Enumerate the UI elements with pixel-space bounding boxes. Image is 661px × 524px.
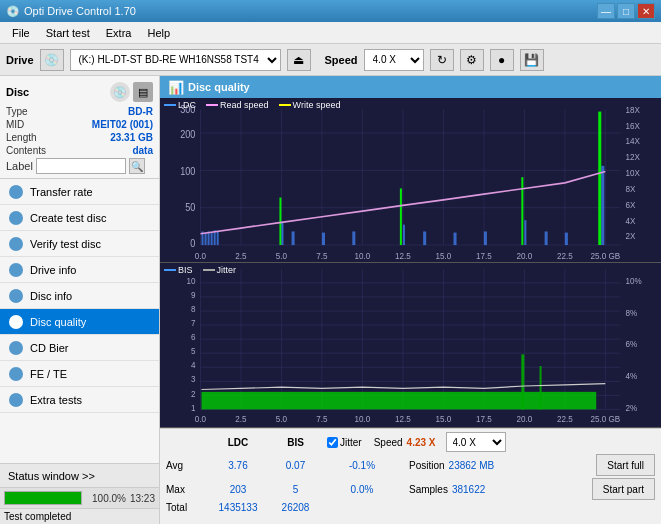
svg-text:4: 4: [191, 360, 196, 371]
sidebar-item-disc-info[interactable]: Disc info: [0, 283, 159, 309]
speed-select[interactable]: 4.0 X: [364, 49, 424, 71]
total-ldc: 1435133: [208, 502, 268, 513]
settings-button[interactable]: ⚙: [460, 49, 484, 71]
sidebar-label-cd-bier: CD Bier: [30, 342, 69, 354]
maximize-button[interactable]: □: [617, 3, 635, 19]
svg-text:22.5: 22.5: [557, 250, 573, 261]
svg-rect-54: [423, 231, 426, 245]
transfer-rate-icon: [8, 184, 24, 200]
sidebar-item-fe-te[interactable]: FE / TE: [0, 361, 159, 387]
chart1-svg: 300 200 100 50 0 18X 16X 14X 12X 10X 8X …: [160, 98, 661, 262]
disc-button[interactable]: ●: [490, 49, 514, 71]
legend-read-speed: Read speed: [206, 100, 269, 110]
svg-rect-111: [201, 392, 596, 410]
status-bar: Status window >> 100.0% 13:23 Test compl…: [0, 463, 159, 524]
chart2-container: BIS Jitter: [160, 263, 661, 428]
sidebar-label-fe-te: FE / TE: [30, 368, 67, 380]
status-window-label: Status window >>: [8, 470, 95, 482]
svg-text:10: 10: [186, 276, 195, 287]
drive-label: Drive: [6, 54, 34, 66]
svg-rect-113: [540, 366, 542, 409]
svg-text:5.0: 5.0: [276, 250, 287, 261]
sidebar-item-disc-quality[interactable]: Disc quality: [0, 309, 159, 335]
max-bis: 5: [268, 484, 323, 495]
extra-tests-icon: [8, 392, 24, 408]
disc-label-row: Label 🔍: [6, 158, 153, 174]
create-test-disc-icon: [8, 210, 24, 226]
progress-fill: [5, 492, 81, 504]
start-full-btn-container: Start full: [596, 454, 655, 476]
svg-text:2.5: 2.5: [235, 250, 246, 261]
sidebar-item-transfer-rate[interactable]: Transfer rate: [0, 179, 159, 205]
sidebar-item-verify-test-disc[interactable]: Verify test disc: [0, 231, 159, 257]
disc-contents-value: data: [132, 145, 153, 156]
svg-rect-61: [598, 112, 601, 245]
disc-type-label: Type: [6, 106, 28, 117]
titlebar: 💿 Opti Drive Control 1.70 — □ ✕: [0, 0, 661, 22]
position-group: Position 23862 MB: [409, 460, 494, 471]
svg-text:20.0: 20.0: [516, 250, 532, 261]
disc-label-input[interactable]: [36, 158, 126, 174]
drive-select[interactable]: (K:) HL-DT-ST BD-RE WH16NS58 TST4: [70, 49, 281, 71]
sidebar-item-extra-tests[interactable]: Extra tests: [0, 387, 159, 413]
jitter-checkbox[interactable]: [327, 437, 338, 448]
chart1-legend: LDC Read speed Write speed: [164, 100, 340, 110]
position-value: 23862 MB: [449, 460, 495, 471]
speed-value: 4.23 X: [407, 437, 436, 448]
svg-text:50: 50: [185, 202, 195, 214]
svg-text:8: 8: [191, 304, 196, 315]
menu-start-test[interactable]: Start test: [38, 25, 98, 41]
minimize-button[interactable]: —: [597, 3, 615, 19]
drive-icon: 💿: [40, 49, 64, 71]
titlebar-controls: — □ ✕: [597, 3, 655, 19]
close-button[interactable]: ✕: [637, 3, 655, 19]
drivebar: Drive 💿 (K:) HL-DT-ST BD-RE WH16NS58 TST…: [0, 44, 661, 76]
disc-label-button[interactable]: 🔍: [129, 158, 145, 174]
chart2-legend: BIS Jitter: [164, 265, 236, 275]
disc-label-label: Label: [6, 160, 33, 172]
svg-text:4%: 4%: [626, 370, 638, 381]
sidebar: Disc 💿 ▤ Type BD-R MID MEIT02 (001) Leng…: [0, 76, 160, 524]
stats-area: LDC BIS Jitter Speed 4.23 X 4.0 X: [160, 428, 661, 524]
total-bis: 26208: [268, 502, 323, 513]
refresh-button[interactable]: ↻: [430, 49, 454, 71]
speed-label: Speed: [325, 54, 358, 66]
start-part-button[interactable]: Start part: [592, 478, 655, 500]
stats-max-row: Max 203 5 0.0% Samples 381622 Start part: [166, 478, 655, 500]
svg-text:0.0: 0.0: [195, 250, 206, 261]
speed-group: Speed 4.23 X: [374, 437, 436, 448]
disc-length-value: 23.31 GB: [110, 132, 153, 143]
svg-rect-52: [400, 188, 402, 245]
disc-panel: Disc 💿 ▤ Type BD-R MID MEIT02 (001) Leng…: [0, 76, 159, 179]
jitter-checkbox-group: Jitter: [327, 437, 362, 448]
disc-header: Disc 💿 ▤: [6, 82, 153, 102]
svg-text:2: 2: [191, 388, 196, 399]
sidebar-item-create-test-disc[interactable]: Create test disc: [0, 205, 159, 231]
max-jitter: 0.0%: [327, 484, 397, 495]
menu-extra[interactable]: Extra: [98, 25, 140, 41]
sidebar-item-drive-info[interactable]: Drive info: [0, 257, 159, 283]
menu-help[interactable]: Help: [139, 25, 178, 41]
menu-file[interactable]: File: [4, 25, 38, 41]
svg-rect-44: [211, 233, 213, 245]
svg-rect-48: [281, 222, 283, 245]
svg-rect-42: [205, 233, 207, 245]
start-full-button[interactable]: Start full: [596, 454, 655, 476]
svg-rect-112: [521, 354, 524, 409]
samples-label: Samples: [409, 484, 448, 495]
svg-rect-47: [279, 198, 281, 246]
svg-text:4X: 4X: [626, 215, 636, 226]
sidebar-item-cd-bier[interactable]: CD Bier: [0, 335, 159, 361]
svg-rect-55: [454, 233, 457, 245]
svg-text:200: 200: [180, 128, 195, 140]
progress-time: 13:23: [130, 493, 155, 504]
stats-avg-row: Avg 3.76 0.07 -0.1% Position 23862 MB St…: [166, 454, 655, 476]
legend-jitter: Jitter: [203, 265, 237, 275]
save-button[interactable]: 💾: [520, 49, 544, 71]
eject-button[interactable]: ⏏: [287, 49, 311, 71]
svg-text:6: 6: [191, 332, 196, 343]
speed-dropdown[interactable]: 4.0 X: [446, 432, 506, 452]
sidebar-label-transfer-rate: Transfer rate: [30, 186, 93, 198]
status-window-button[interactable]: Status window >>: [0, 464, 159, 488]
disc-icon2: ▤: [133, 82, 153, 102]
